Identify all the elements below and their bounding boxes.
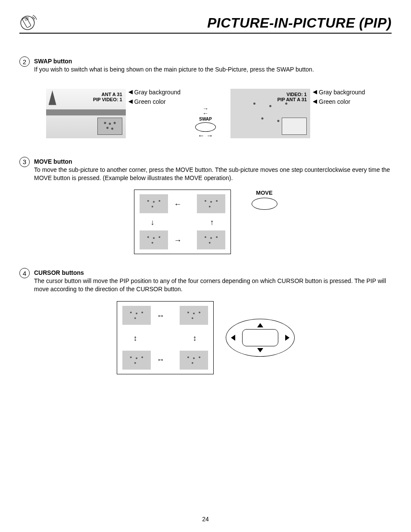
cursor-dpad-icon	[226, 319, 295, 357]
swap-button-icon	[195, 122, 216, 132]
arrow-left-icon	[128, 100, 133, 104]
cursor-left-icon	[231, 335, 235, 341]
pip-bottom-right	[180, 351, 208, 370]
cursor-text: The cursor button will move the PIP posi…	[34, 277, 392, 293]
arrow-right-icon: →	[206, 134, 213, 138]
arrow-left-icon: ←	[174, 200, 182, 208]
move-figure: ← ↓ → ↑ MOVE	[19, 190, 392, 254]
cursor-down-icon	[257, 348, 263, 352]
tv-before: ANT A 31 PIP VIDEO: 1	[46, 89, 126, 138]
tv-after-line1: VIDEO: 1	[277, 92, 307, 97]
cursor-up-icon	[257, 323, 263, 327]
swap-figure: ANT A 31 PIP VIDEO: 1 Gray background Gr…	[19, 89, 392, 138]
arrow-leftright-icon: ↔	[157, 312, 165, 320]
pip-top-left	[140, 194, 168, 213]
pip-top-right	[197, 194, 225, 213]
arrow-left-icon: ←	[202, 111, 209, 116]
step-number-2: 2	[19, 56, 30, 67]
step-cursor: 4 CURSOR buttons The cursor button will …	[19, 269, 392, 293]
arrow-left-icon	[128, 90, 133, 94]
step-move: 3 MOVE button To move the sub-picture to…	[19, 158, 392, 182]
swap-label: SWAP	[199, 117, 212, 121]
pip-bottom-right	[197, 230, 225, 249]
arrow-up-icon: ↑	[210, 218, 214, 226]
page-number: 24	[0, 516, 411, 523]
move-title: MOVE button	[34, 158, 392, 166]
move-text: To move the sub-picture to another corne…	[34, 166, 392, 182]
arrow-left-icon	[313, 100, 317, 104]
tv-after: VIDEO: 1 PIP ANT A 31	[230, 89, 310, 138]
cursor-title: CURSOR buttons	[34, 269, 392, 277]
arrow-right-icon: →	[174, 236, 182, 244]
move-button-icon	[252, 198, 277, 210]
pip-top-left	[122, 306, 151, 325]
svg-rect-1	[22, 17, 31, 28]
arrow-updown-icon: ↕	[134, 334, 137, 342]
swap-text: If you wish to switch what is being show…	[34, 65, 392, 74]
tv-before-line1: ANT A 31	[93, 92, 122, 97]
remote-icon	[19, 13, 37, 31]
tv-after-line2: PIP ANT A 31	[277, 97, 307, 103]
move-label: MOVE	[256, 190, 272, 196]
pip-bottom-left	[140, 230, 168, 249]
cursor-figure: ↔ ↕ ↕ ↔	[19, 301, 392, 374]
arrow-leftright-icon: ↔	[157, 356, 165, 364]
tv-before-line2: PIP VIDEO: 1	[93, 97, 122, 103]
arrow-updown-icon: ↕	[193, 334, 197, 342]
anno-green-2: Green color	[319, 98, 350, 105]
pip-bottom-left	[122, 351, 151, 370]
swap-title: SWAP button	[34, 57, 392, 65]
cursor-right-icon	[285, 335, 290, 341]
anno-green-1: Green color	[134, 98, 166, 105]
swap-button-figure: → ← SWAP ← →	[195, 106, 216, 138]
arrow-left-icon	[313, 90, 317, 94]
arrow-left-icon: ←	[198, 134, 205, 138]
step-swap: 2 SWAP button If you wish to switch what…	[19, 57, 392, 74]
step-number-3: 3	[19, 157, 30, 167]
page-header: PICTURE-IN-PICTURE (PIP)	[19, 13, 392, 34]
arrow-down-icon: ↓	[151, 218, 155, 226]
anno-gray-2: Gray background	[319, 89, 365, 96]
anno-gray-1: Gray background	[134, 89, 181, 96]
step-number-4: 4	[19, 268, 30, 278]
pip-top-right	[180, 306, 208, 325]
page-title: PICTURE-IN-PICTURE (PIP)	[207, 15, 392, 31]
